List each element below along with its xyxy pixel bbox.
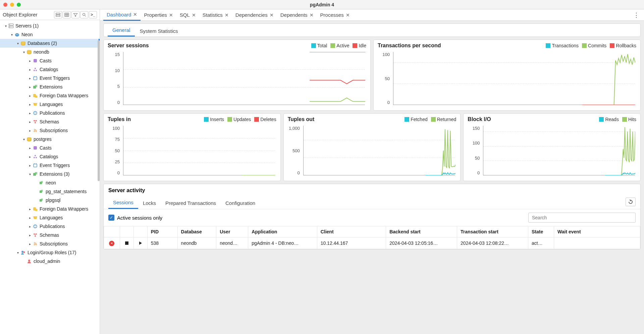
chevron-right-icon[interactable]: ▸: [28, 103, 32, 106]
swatch-icon: [622, 117, 627, 122]
schema-icon: [32, 119, 38, 124]
tree-server-neon[interactable]: ▾ Neon: [0, 30, 100, 39]
chevron-right-icon[interactable]: ▸: [28, 146, 32, 150]
tree-neondb-6[interactable]: ▸ Publications: [0, 109, 100, 117]
chevron-right-icon[interactable]: ▸: [28, 242, 32, 246]
tree-ext-0[interactable]: neon: [0, 178, 100, 187]
tab-close-icon[interactable]: ✕: [225, 12, 229, 18]
tree-postgres-0[interactable]: ▸ Casts: [0, 144, 100, 152]
sidebar-terminal-icon[interactable]: >_: [89, 11, 97, 18]
chevron-right-icon[interactable]: ▸: [28, 59, 32, 63]
chevron-right-icon[interactable]: ▸: [28, 129, 32, 132]
tree-neondb-7[interactable]: ▸ Schemas: [0, 117, 100, 126]
tab-processes[interactable]: Processes✕: [317, 9, 353, 21]
chevron-down-icon[interactable]: ▾: [28, 172, 32, 176]
svg-point-19: [34, 70, 35, 71]
chevron-down-icon[interactable]: ▾: [15, 42, 20, 45]
tab-dependents[interactable]: Dependents✕: [277, 9, 317, 21]
tab-close-icon[interactable]: ✕: [310, 12, 314, 18]
tree-databases[interactable]: ▾ Databases (2): [0, 39, 100, 48]
sidebar-grid-icon[interactable]: [63, 11, 71, 18]
col-8[interactable]: Wait event: [554, 226, 640, 237]
chevron-down-icon[interactable]: ▾: [21, 137, 26, 141]
activity-search-input[interactable]: [528, 213, 636, 223]
chevron-right-icon[interactable]: ▸: [28, 120, 32, 124]
tree-neondb-0[interactable]: ▸ Casts: [0, 56, 100, 65]
svg-point-13: [16, 34, 17, 35]
sidebar-server-icon[interactable]: [54, 11, 62, 18]
tree-neondb-8[interactable]: ▸ Subscriptions: [0, 126, 100, 135]
tab-properties[interactable]: Properties✕: [141, 9, 176, 21]
col-3[interactable]: Application: [248, 226, 317, 237]
tree-login-roles[interactable]: ▾ Login/Group Roles (17): [0, 248, 100, 257]
tab-sql[interactable]: SQL✕: [176, 9, 199, 21]
chevron-right-icon[interactable]: ▸: [28, 225, 32, 228]
tree-scrollbar-icon[interactable]: [98, 40, 100, 181]
chevron-right-icon[interactable]: ▸: [28, 233, 32, 237]
tree-servers[interactable]: ▾ Servers (1): [0, 21, 100, 30]
chevron-down-icon[interactable]: ▾: [3, 24, 8, 28]
chevron-right-icon[interactable]: ▸: [28, 76, 32, 80]
tree-postgres-6[interactable]: ▸ Publications: [0, 222, 100, 231]
col-1[interactable]: Database: [177, 226, 216, 237]
activity-tab-config[interactable]: Configuration: [221, 198, 260, 209]
activity-tab-prepared[interactable]: Prepared Transactions: [161, 198, 221, 209]
chevron-down-icon[interactable]: ▾: [15, 251, 20, 255]
tree-postgres-4[interactable]: ▸ Foreign Data Wrappers: [0, 205, 100, 213]
tab-close-icon[interactable]: ✕: [192, 12, 196, 18]
col-7[interactable]: State: [528, 226, 554, 237]
tree-ext-2[interactable]: plpgsql: [0, 196, 100, 205]
tree-postgres-2[interactable]: ▸ Event Triggers: [0, 161, 100, 170]
tabbar-overflow-icon[interactable]: ⋮: [633, 11, 639, 19]
tree-postgres-8[interactable]: ▸ Subscriptions: [0, 239, 100, 248]
tree-ext-1[interactable]: pg_stat_statements: [0, 187, 100, 196]
tab-close-icon[interactable]: ✕: [133, 12, 137, 17]
col-5[interactable]: Backend start: [386, 226, 457, 237]
table-row[interactable]: ✕ 538 neondb neond… pgAdmin 4 - DB:neo… …: [104, 237, 640, 249]
col-0[interactable]: PID: [147, 226, 177, 237]
sidebar-filter-icon[interactable]: [71, 11, 79, 18]
tree-role-0[interactable]: cloud_admin: [0, 257, 100, 266]
tree-db-postgres[interactable]: ▾ postgres: [0, 135, 100, 144]
tree-neondb-3[interactable]: ▸ Extensions: [0, 82, 100, 91]
chevron-right-icon[interactable]: ▸: [28, 164, 32, 167]
chevron-right-icon[interactable]: ▸: [28, 111, 32, 115]
tab-close-icon[interactable]: ✕: [169, 12, 173, 18]
stop-icon[interactable]: [120, 237, 133, 249]
sidebar-search-icon[interactable]: [80, 11, 88, 18]
tree-postgres-5[interactable]: ▸ Languages: [0, 213, 100, 222]
activity-tab-locks[interactable]: Locks: [138, 198, 161, 209]
tab-dependencies[interactable]: Dependencies✕: [232, 9, 277, 21]
tab-dashboard[interactable]: Dashboard✕: [103, 9, 141, 21]
chevron-right-icon[interactable]: ▸: [28, 68, 32, 71]
chevron-right-icon[interactable]: ▸: [28, 155, 32, 159]
tab-close-icon[interactable]: ✕: [346, 12, 350, 18]
subtab-general[interactable]: General: [108, 24, 135, 37]
active-sessions-checkbox[interactable]: ✓: [108, 215, 114, 221]
tree-postgres-3[interactable]: ▾ Extensions (3): [0, 170, 100, 178]
tab-close-icon[interactable]: ✕: [270, 12, 274, 18]
tree-neondb-4[interactable]: ▸ Foreign Data Wrappers: [0, 91, 100, 100]
cancel-icon[interactable]: ✕: [104, 237, 120, 249]
chevron-right-icon[interactable]: ▸: [28, 94, 32, 98]
activity-tab-sessions[interactable]: Sessions: [108, 197, 138, 209]
expand-icon[interactable]: [133, 237, 147, 249]
refresh-icon[interactable]: [626, 198, 636, 206]
tree-neondb-1[interactable]: ▸ Catalogs: [0, 65, 100, 74]
subtab-system-statistics[interactable]: System Statistics: [135, 25, 182, 37]
col-6[interactable]: Transaction start: [457, 226, 528, 237]
tree-neondb-5[interactable]: ▸ Languages: [0, 100, 100, 109]
chevron-down-icon[interactable]: ▾: [21, 50, 26, 54]
col-2[interactable]: User: [216, 226, 248, 237]
object-tree[interactable]: ▾ Servers (1) ▾ Neon ▾ Databases (2) ▾ n…: [0, 20, 100, 334]
tree-postgres-1[interactable]: ▸ Catalogs: [0, 152, 100, 161]
col-4[interactable]: Client: [317, 226, 386, 237]
tree-neondb-2[interactable]: ▸ Event Triggers: [0, 74, 100, 82]
tree-postgres-7[interactable]: ▸ Schemas: [0, 231, 100, 239]
chevron-right-icon[interactable]: ▸: [28, 216, 32, 220]
chevron-right-icon[interactable]: ▸: [28, 85, 32, 89]
chevron-down-icon[interactable]: ▾: [9, 33, 14, 37]
tab-statistics[interactable]: Statistics✕: [199, 9, 232, 21]
tree-db-neondb[interactable]: ▾ neondb: [0, 48, 100, 56]
chevron-right-icon[interactable]: ▸: [28, 207, 32, 211]
